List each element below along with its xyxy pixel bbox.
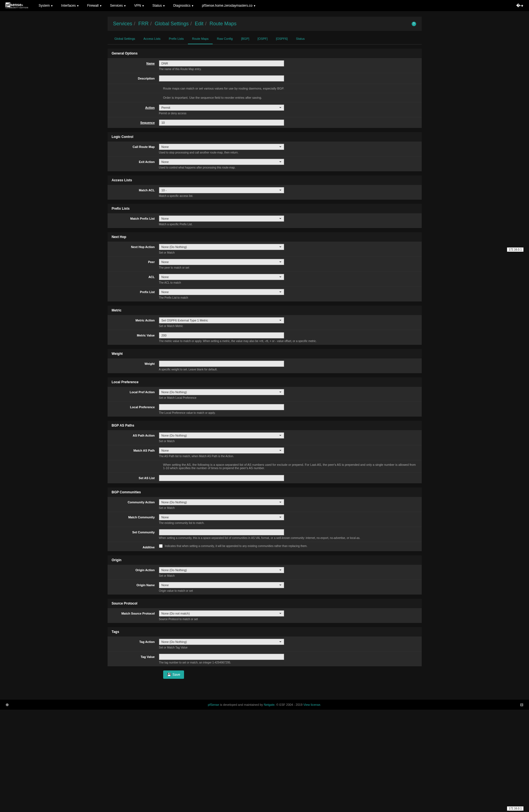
metricvalue-input[interactable] bbox=[159, 332, 284, 338]
bc-frr[interactable]: FRR bbox=[138, 21, 149, 26]
tab-access-lists[interactable]: Access Lists bbox=[139, 34, 164, 44]
matchcomm-label: Match Community bbox=[112, 514, 159, 524]
desc-label: Description bbox=[112, 75, 159, 82]
originname-select[interactable]: None bbox=[159, 582, 284, 588]
nhpl-label: Prefix List bbox=[112, 289, 159, 299]
section-acl-title: Access Lists bbox=[107, 175, 422, 185]
desc-input[interactable] bbox=[159, 75, 284, 82]
lpaction-label: Local Pref Action bbox=[112, 389, 159, 399]
nav-vpn[interactable]: VPN▼ bbox=[131, 1, 148, 10]
originaction-label: Origin Action bbox=[112, 567, 159, 577]
bc-global[interactable]: Global Settings bbox=[155, 21, 189, 26]
name-input[interactable] bbox=[159, 60, 284, 67]
metricaction-select[interactable]: Set OSPF6 External Type 1 Metric bbox=[159, 317, 284, 323]
call-select[interactable]: None bbox=[159, 144, 284, 150]
peer-help: The peer to match or set bbox=[159, 266, 417, 269]
originaction-select[interactable]: None (Do Nothing) bbox=[159, 567, 284, 573]
lpvalue-input[interactable] bbox=[159, 404, 284, 410]
tab-status[interactable]: Status bbox=[292, 34, 309, 44]
bc-routemaps[interactable]: Route Maps bbox=[210, 21, 237, 26]
help-icon[interactable]: ? bbox=[412, 22, 416, 26]
tab-bar: Global Settings Access Lists Prefix List… bbox=[107, 34, 422, 44]
save-icon: 💾 bbox=[167, 673, 171, 677]
nhpl-select[interactable]: None bbox=[159, 289, 284, 295]
aspathaction-select[interactable]: None (Do Nothing) bbox=[159, 432, 284, 438]
breadcrumb: Services/ FRR/ Global Settings/ Edit/ Ro… bbox=[107, 17, 422, 31]
tagvalue-input[interactable] bbox=[159, 654, 284, 660]
peer-label: Peer bbox=[112, 259, 159, 269]
nav-firewall[interactable]: Firewall▼ bbox=[84, 1, 105, 10]
lpvalue-label: Local Preference bbox=[112, 404, 159, 414]
section-general-title: General Options bbox=[107, 49, 422, 58]
setcomm-help: When setting a community, this is a spac… bbox=[159, 536, 417, 539]
matchcomm-help: The existing community list to match. bbox=[159, 521, 417, 524]
footer-right-icon[interactable]: ⊟ bbox=[520, 702, 524, 707]
nhacl-help: The ACL to match bbox=[159, 281, 417, 284]
additive-help: Indicates that when setting a community,… bbox=[165, 545, 307, 548]
matchprefix-select[interactable]: None bbox=[159, 216, 284, 222]
tab-raw-config[interactable]: Raw Config bbox=[212, 34, 237, 44]
aspathaction-help: Set or Match bbox=[159, 440, 417, 443]
tab-global-settings[interactable]: Global Settings bbox=[111, 34, 139, 44]
bc-services[interactable]: Services bbox=[113, 21, 132, 26]
metricaction-label: Metric Action bbox=[112, 317, 159, 328]
commaction-select[interactable]: None (Do Nothing) bbox=[159, 499, 284, 505]
logout-icon[interactable]: �➜ bbox=[516, 3, 524, 8]
tab-bgp[interactable]: [BGP] bbox=[237, 34, 253, 44]
lpaction-help: Set or Match Local Preference bbox=[159, 396, 417, 399]
footer-left-icon[interactable]: ⊕ bbox=[5, 702, 9, 707]
tab-ospf6[interactable]: [OSPF6] bbox=[272, 34, 292, 44]
matchaspath-help: The AS Path list to match, when Match AS… bbox=[159, 455, 417, 458]
tab-route-maps[interactable]: Route Maps bbox=[188, 34, 212, 44]
footer: ⊕ pfSense is developed and maintained by… bbox=[0, 700, 529, 710]
nav-system[interactable]: System▼ bbox=[35, 1, 56, 10]
lpaction-select[interactable]: None (Do Nothing) bbox=[159, 389, 284, 395]
seq-input[interactable] bbox=[159, 119, 284, 126]
peer-select[interactable]: None bbox=[159, 259, 284, 265]
lpvalue-help: The Local Preference value to match or a… bbox=[159, 411, 417, 414]
footer-netgate-link[interactable]: Netgate. bbox=[264, 703, 276, 706]
action-help: Permit or deny access bbox=[159, 112, 417, 115]
setcomm-input[interactable] bbox=[159, 529, 284, 535]
section-localpref-title: Local Preference bbox=[107, 377, 422, 387]
matchcomm-select[interactable]: None bbox=[159, 514, 284, 520]
matchaspath-select[interactable]: None bbox=[159, 447, 284, 453]
section-prefix-title: Prefix Lists bbox=[107, 204, 422, 213]
tagaction-help: Set or Match Tag Value bbox=[159, 646, 417, 649]
nhacl-select[interactable]: None bbox=[159, 274, 284, 280]
bc-edit[interactable]: Edit bbox=[195, 21, 204, 26]
tagvalue-help: The tag number to set or match, an integ… bbox=[159, 661, 417, 664]
additive-checkbox[interactable] bbox=[159, 544, 163, 548]
commaction-help: Set or Match bbox=[159, 506, 417, 509]
footer-pfsense-link[interactable]: pfSense bbox=[208, 703, 219, 706]
section-logic-title: Logic Control bbox=[107, 132, 422, 142]
save-button[interactable]: 💾Save bbox=[163, 670, 184, 679]
tagaction-select[interactable]: None (Do Nothing) bbox=[159, 639, 284, 645]
exit-select[interactable]: None bbox=[159, 159, 284, 165]
metricvalue-label: Metric Value bbox=[112, 332, 159, 343]
originname-help: Origin value to match or set bbox=[159, 589, 417, 592]
call-label: Call Route Map bbox=[112, 144, 159, 154]
footer-license-link[interactable]: View license. bbox=[303, 703, 321, 706]
section-source-title: Source Protocol bbox=[107, 599, 422, 608]
nav-diagnostics[interactable]: Diagnostics▼ bbox=[170, 1, 197, 10]
setaslist-input[interactable] bbox=[159, 475, 284, 481]
matchacl-select[interactable]: 10 - bbox=[159, 187, 284, 193]
nav-status[interactable]: Status▼ bbox=[149, 1, 168, 10]
nav-interfaces[interactable]: Interfaces▼ bbox=[58, 1, 83, 10]
nav-services[interactable]: Services▼ bbox=[107, 1, 130, 10]
action-select[interactable]: Permit bbox=[159, 104, 284, 111]
general-info1: Route maps can match or set various valu… bbox=[107, 84, 422, 93]
nhaction-select[interactable]: None (Do Nothing) bbox=[159, 244, 284, 250]
source-select[interactable]: None (Do not match) bbox=[159, 610, 284, 617]
additive-label: Additive bbox=[112, 544, 159, 549]
tab-prefix-lists[interactable]: Prefix Lists bbox=[164, 34, 188, 44]
nhpl-help: The Prefix List to match bbox=[159, 296, 417, 299]
seq-label: Sequence bbox=[112, 119, 159, 126]
tab-ospf[interactable]: [OSPF] bbox=[253, 34, 272, 44]
setcomm-label: Set Community bbox=[112, 529, 159, 539]
weight-input[interactable] bbox=[159, 361, 284, 367]
nav-hostname[interactable]: pfSense.home.zerodaymasters.co▼ bbox=[199, 1, 259, 10]
name-help: The name of this Route Map entry. bbox=[159, 68, 417, 71]
brand-logo: pfpfsensesense® COMMUNITY EDITION bbox=[5, 3, 28, 9]
